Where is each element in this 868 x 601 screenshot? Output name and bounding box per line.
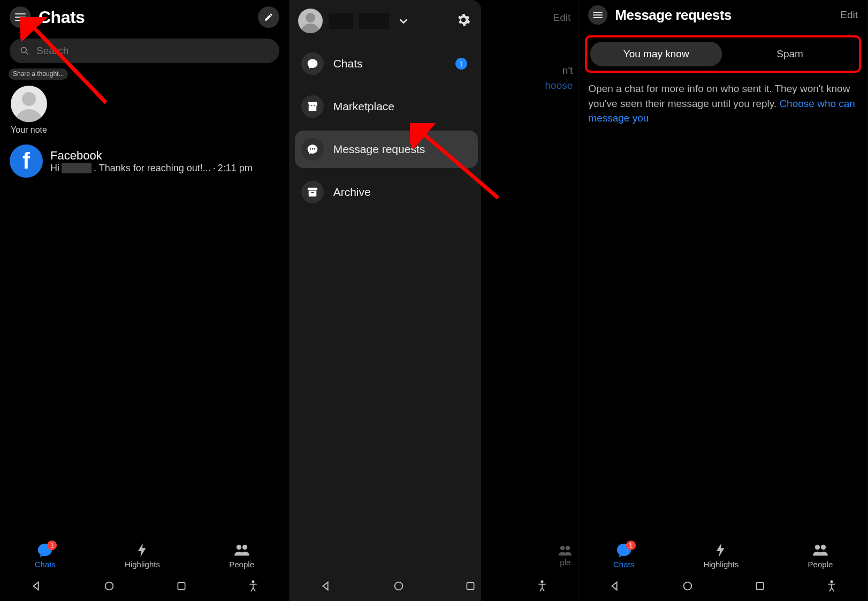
notes-row: Share a thought... Your note — [0, 69, 289, 139]
unread-badge: 1 — [47, 541, 57, 550]
your-note[interactable]: Share a thought... Your note — [10, 72, 48, 135]
svg-rect-13 — [308, 188, 317, 191]
svg-point-19 — [541, 580, 544, 583]
page-title: Chats — [39, 7, 85, 27]
recents-button[interactable] — [465, 581, 476, 594]
nav-chats-label: Chats — [613, 560, 634, 569]
people-icon — [233, 543, 250, 558]
bottom-nav: 1 Chats Highlights People — [0, 530, 289, 572]
message-requests-screen: Message requests Edit You may know Spam … — [578, 0, 868, 601]
svg-point-5 — [105, 582, 113, 590]
chat-preview: Hi . Thanks for reaching out!... · 2:11 … — [50, 163, 253, 174]
svg-line-1 — [26, 52, 28, 55]
edit-button[interactable]: Edit — [840, 9, 858, 21]
chat-row-text: Facebook Hi . Thanks for reaching out!..… — [50, 149, 253, 174]
profile-avatar[interactable] — [298, 9, 323, 33]
message-requests-icon — [301, 138, 324, 161]
facebook-logo-icon: f — [10, 144, 43, 178]
accessibility-button[interactable] — [248, 580, 258, 595]
requests-header: Message requests Edit — [578, 0, 867, 29]
nav-highlights[interactable]: Highlights — [703, 543, 738, 569]
chat-time: 2:11 pm — [218, 163, 253, 174]
pencil-icon — [264, 12, 273, 22]
svg-point-4 — [242, 545, 247, 550]
back-button[interactable] — [320, 580, 332, 594]
svg-point-10 — [309, 148, 311, 150]
chevron-down-icon[interactable] — [398, 15, 409, 27]
drawer-item-label: Archive — [333, 186, 371, 199]
nav-highlights[interactable]: Highlights — [125, 543, 160, 569]
svg-rect-15 — [311, 192, 314, 193]
chat-bubble-icon: 1 — [36, 543, 54, 558]
search-input[interactable] — [36, 45, 270, 57]
chats-header: Chats — [0, 0, 289, 32]
hamburger-button[interactable] — [588, 5, 607, 25]
tab-spam[interactable]: Spam — [724, 42, 856, 66]
hamburger-button[interactable] — [10, 6, 31, 28]
android-nav-bar — [578, 573, 867, 601]
back-button[interactable] — [31, 580, 42, 594]
drawer-list: Chats 1 Marketplace Message requests Arc… — [295, 45, 478, 211]
your-note-label: Your note — [11, 125, 47, 135]
drawer-item-label: Message requests — [333, 143, 425, 156]
chat-bubble-icon — [301, 52, 324, 75]
nav-chats-label: Chats — [35, 560, 56, 569]
svg-rect-18 — [467, 582, 474, 589]
lightning-icon — [134, 543, 151, 558]
svg-point-12 — [314, 148, 315, 150]
redacted-block — [359, 13, 389, 29]
chat-bubble-icon: 1 — [615, 543, 633, 558]
chat-row-facebook[interactable]: f Facebook Hi . Thanks for reaching out!… — [0, 139, 289, 183]
compose-button[interactable] — [258, 6, 279, 28]
home-button[interactable] — [103, 580, 115, 594]
people-icon — [812, 543, 829, 558]
tab-you-may-know[interactable]: You may know — [590, 42, 722, 66]
chat-time-sep: · — [213, 163, 216, 174]
requests-tabs-highlight: You may know Spam — [585, 35, 861, 73]
nav-people[interactable]: People — [808, 543, 833, 569]
nav-people-label: People — [229, 560, 254, 569]
redacted-name — [62, 163, 92, 173]
drawer-header — [295, 9, 478, 37]
accessibility-button[interactable] — [826, 580, 837, 595]
back-button[interactable] — [609, 580, 621, 594]
nav-chats[interactable]: 1 Chats — [35, 543, 56, 569]
drawer-item-message-requests[interactable]: Message requests — [295, 131, 478, 168]
nav-chats[interactable]: 1 Chats — [613, 543, 634, 569]
nav-highlights-label: Highlights — [125, 560, 160, 569]
recents-button[interactable] — [176, 581, 187, 594]
accessibility-button[interactable] — [537, 580, 547, 595]
nav-people[interactable]: People — [229, 543, 254, 569]
svg-point-3 — [236, 545, 241, 550]
search-icon — [19, 45, 30, 56]
svg-point-24 — [830, 580, 833, 583]
hamburger-icon — [593, 12, 603, 18]
chats-screen: Chats Share a thought... Your note f Fac… — [0, 0, 290, 601]
drawer-item-chats[interactable]: Chats 1 — [295, 45, 478, 82]
archive-icon — [301, 181, 324, 203]
search-bar[interactable] — [10, 39, 279, 63]
chat-preview-prefix: Hi — [50, 163, 59, 174]
drawer-item-marketplace[interactable]: Marketplace — [295, 88, 478, 125]
svg-point-0 — [21, 47, 26, 52]
drawer-item-archive[interactable]: Archive — [295, 173, 478, 211]
svg-point-17 — [394, 582, 402, 590]
unread-badge: 1 — [455, 58, 467, 70]
page-title: Message requests — [615, 7, 731, 24]
note-bubble: Share a thought... — [9, 69, 68, 80]
unread-badge: 1 — [626, 541, 636, 550]
chat-preview-suffix: . Thanks for reaching out!... — [94, 163, 211, 174]
drawer-item-label: Chats — [333, 57, 363, 70]
svg-point-21 — [821, 545, 826, 550]
svg-rect-23 — [756, 582, 763, 589]
nav-people-label: People — [808, 560, 833, 569]
settings-button[interactable] — [456, 13, 470, 29]
side-drawer: Chats 1 Marketplace Message requests Arc… — [290, 0, 481, 601]
recents-button[interactable] — [755, 581, 765, 594]
home-button[interactable] — [393, 580, 405, 594]
avatar-icon — [11, 86, 47, 122]
svg-rect-14 — [308, 191, 316, 196]
drawer-screen: Edit n't hoose ple Chats 1 Marketp — [290, 0, 579, 601]
svg-point-7 — [252, 580, 254, 583]
home-button[interactable] — [682, 580, 694, 594]
